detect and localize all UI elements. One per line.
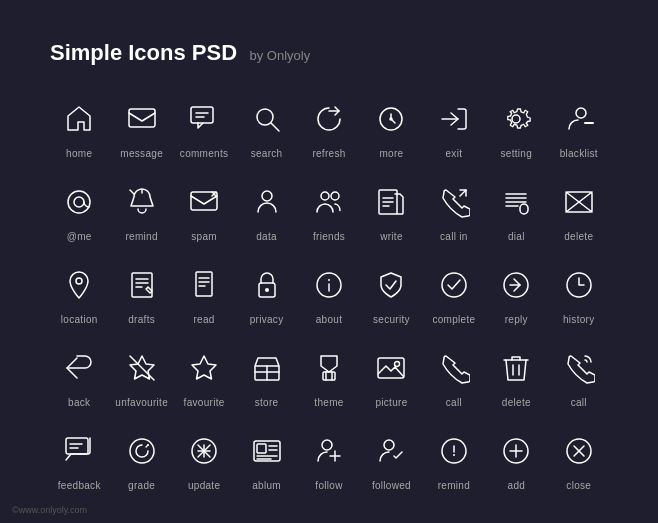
remind2-label: remind <box>438 480 470 491</box>
svg-point-35 <box>76 278 82 284</box>
call2-label: call <box>571 397 587 408</box>
remind2-icon <box>431 428 477 474</box>
setting-label: setting <box>501 148 533 159</box>
icon-item-delete2[interactable]: delete <box>487 345 545 408</box>
blacklist-icon <box>556 96 602 142</box>
data-label: data <box>256 231 277 242</box>
setting-icon <box>493 96 539 142</box>
comments-icon <box>181 96 227 142</box>
icon-item-remind[interactable]: remind <box>112 179 170 242</box>
spam-label: spam <box>191 231 217 242</box>
complete-icon <box>431 262 477 308</box>
main-container: Simple Icons PSD by Onlyoly home message… <box>0 0 658 511</box>
remind-icon <box>119 179 165 225</box>
icon-item-picture[interactable]: picture <box>362 345 420 408</box>
theme-label: theme <box>314 397 343 408</box>
icon-item-search[interactable]: search <box>237 96 295 159</box>
friends-icon <box>306 179 352 225</box>
call-icon <box>431 345 477 391</box>
update-icon <box>181 428 227 474</box>
store-icon <box>244 345 290 391</box>
svg-point-21 <box>331 192 339 200</box>
footer: ©www.onlyoly.com <box>12 505 87 515</box>
icon-item-remind2[interactable]: remind <box>425 428 483 491</box>
atme-icon <box>56 179 102 225</box>
icon-item-call2[interactable]: call <box>550 345 608 408</box>
icon-item-location[interactable]: location <box>50 262 108 325</box>
icon-item-favourite[interactable]: favourite <box>175 345 233 408</box>
icon-item-add[interactable]: add <box>487 428 545 491</box>
icon-item-store[interactable]: store <box>237 345 295 408</box>
follow-icon <box>306 428 352 474</box>
home-icon <box>56 96 102 142</box>
svg-line-75 <box>204 445 210 451</box>
delete2-icon <box>493 345 539 391</box>
icon-item-close[interactable]: close <box>550 428 608 491</box>
more-label: more <box>379 148 403 159</box>
icon-item-unfavourite[interactable]: unfavourite <box>112 345 170 408</box>
svg-point-13 <box>74 197 84 207</box>
icon-item-comments[interactable]: comments <box>175 96 233 159</box>
search-label: search <box>251 148 283 159</box>
unfavourite-icon <box>119 345 165 391</box>
svg-rect-67 <box>66 438 88 454</box>
icon-item-refresh[interactable]: refresh <box>300 96 358 159</box>
update-label: update <box>188 480 220 491</box>
store-label: store <box>255 397 279 408</box>
icon-item-followed[interactable]: followed <box>362 428 420 491</box>
close-icon <box>556 428 602 474</box>
about-icon <box>306 262 352 308</box>
icon-item-update[interactable]: update <box>175 428 233 491</box>
icon-item-exit[interactable]: exit <box>425 96 483 159</box>
svg-point-89 <box>384 440 394 450</box>
callin-icon <box>431 179 477 225</box>
icon-item-feedback[interactable]: feedback <box>50 428 108 491</box>
icon-item-history[interactable]: history <box>550 262 608 325</box>
svg-rect-59 <box>323 372 335 380</box>
icon-item-complete[interactable]: complete <box>425 262 483 325</box>
location-icon <box>56 262 102 308</box>
icon-item-grade[interactable]: grade <box>112 428 170 491</box>
icon-item-about[interactable]: about <box>300 262 358 325</box>
refresh-icon <box>306 96 352 142</box>
icon-item-back[interactable]: back <box>50 345 108 408</box>
icon-item-theme[interactable]: theme <box>300 345 358 408</box>
blacklist-label: blacklist <box>560 148 598 159</box>
icon-item-privacy[interactable]: privacy <box>237 262 295 325</box>
icon-item-more[interactable]: more <box>362 96 420 159</box>
icon-item-follow[interactable]: follow <box>300 428 358 491</box>
icon-item-delete[interactable]: delete <box>550 179 608 242</box>
svg-line-5 <box>271 123 279 131</box>
icon-item-friends[interactable]: friends <box>300 179 358 242</box>
icon-item-drafts[interactable]: drafts <box>112 262 170 325</box>
icon-item-read[interactable]: read <box>175 262 233 325</box>
favourite-label: favourite <box>184 397 225 408</box>
icon-item-dial[interactable]: dial <box>487 179 545 242</box>
icon-item-security[interactable]: security <box>362 262 420 325</box>
icon-item-blacklist[interactable]: blacklist <box>550 96 608 159</box>
back-icon <box>56 345 102 391</box>
read-label: read <box>193 314 214 325</box>
svg-point-49 <box>442 273 466 297</box>
icon-item-spam[interactable]: spam <box>175 179 233 242</box>
svg-point-70 <box>130 439 154 463</box>
icon-item-write[interactable]: write <box>362 179 420 242</box>
call2-icon <box>556 345 602 391</box>
icon-item-message[interactable]: message <box>112 96 170 159</box>
icon-item-data[interactable]: data <box>237 179 295 242</box>
svg-point-48 <box>328 279 330 281</box>
svg-rect-31 <box>520 204 528 214</box>
svg-line-72 <box>146 445 148 447</box>
icon-item-callin[interactable]: call in <box>425 179 483 242</box>
icon-item-home[interactable]: home <box>50 96 108 159</box>
icon-item-setting[interactable]: setting <box>487 96 545 159</box>
svg-line-74 <box>198 445 204 451</box>
write-label: write <box>380 231 403 242</box>
icon-item-call[interactable]: call <box>425 345 483 408</box>
svg-rect-1 <box>191 107 213 123</box>
icon-item-reply[interactable]: reply <box>487 262 545 325</box>
icon-item-atme[interactable]: @me <box>50 179 108 242</box>
comments-label: comments <box>180 148 229 159</box>
home-label: home <box>66 148 92 159</box>
icon-item-ablum[interactable]: ablum <box>237 428 295 491</box>
